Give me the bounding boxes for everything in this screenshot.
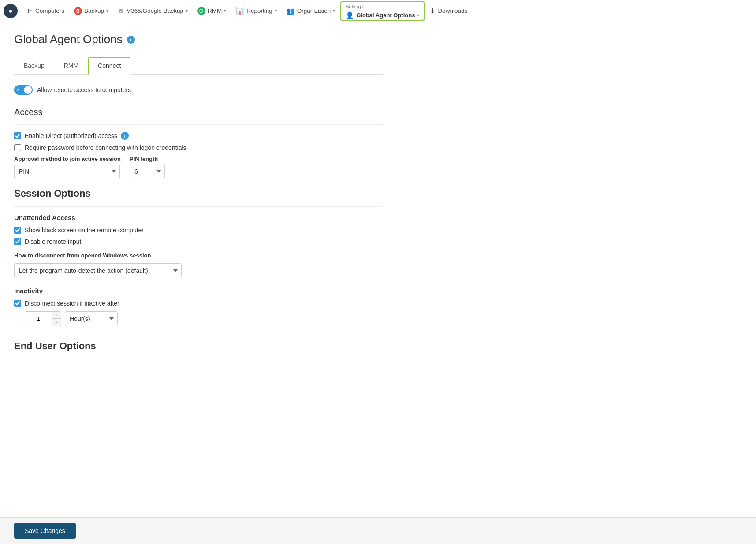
- rmm-arrow: ▾: [224, 8, 226, 13]
- require-password-label: Require password before connecting with …: [25, 144, 186, 151]
- reporting-label: Reporting: [246, 7, 272, 14]
- organization-arrow: ▾: [333, 8, 335, 13]
- m365-icon: ✉: [118, 7, 124, 15]
- nav-downloads[interactable]: ⬇ Downloads: [425, 2, 472, 20]
- require-password-checkbox[interactable]: [14, 144, 21, 151]
- app-logo: ●: [4, 4, 18, 18]
- disconnect-group: How to disconnect from opened Windows se…: [14, 252, 383, 278]
- disable-remote-input-checkbox[interactable]: [14, 238, 21, 245]
- inactivity-heading: Inactivity: [14, 287, 383, 294]
- remote-access-toggle-row: ✓ Allow remote access to computers: [14, 85, 383, 95]
- access-divider: [14, 124, 383, 125]
- require-password-row[interactable]: Require password before connecting with …: [14, 144, 383, 151]
- disconnect-inactive-row[interactable]: Disconnect session if inactive after: [14, 300, 383, 307]
- approval-pin-row: Approval method to join active session P…: [14, 156, 383, 179]
- number-spinners: + −: [52, 312, 61, 326]
- reporting-icon: 📊: [236, 7, 244, 15]
- settings-sublabel: Global Agent Options: [356, 12, 415, 19]
- disconnect-select[interactable]: Let the program auto-detect the action (…: [14, 263, 182, 278]
- downloads-label: Downloads: [438, 7, 467, 14]
- m365-arrow: ▾: [186, 8, 188, 13]
- organization-label: Organization: [297, 7, 331, 14]
- settings-top-label: Settings: [346, 4, 363, 9]
- downloads-icon: ⬇: [430, 7, 436, 15]
- page-content: Global Agent Options i Backup RMM Connec…: [0, 22, 397, 377]
- disconnect-inactive-checkbox[interactable]: [14, 300, 21, 307]
- show-black-screen-checkbox[interactable]: [14, 227, 21, 234]
- computers-label: Computers: [35, 7, 64, 14]
- m365-label: M365/Google Backup: [126, 7, 183, 14]
- disconnect-label: How to disconnect from opened Windows se…: [14, 252, 383, 259]
- spin-down-button[interactable]: −: [52, 319, 61, 326]
- end-user-options-title: End User Options: [14, 340, 383, 352]
- disable-remote-input-label: Disable remote input: [25, 238, 81, 245]
- reporting-arrow: ▾: [275, 8, 277, 13]
- inactivity-unit-select[interactable]: Minute(s) Hour(s): [65, 311, 118, 326]
- enable-direct-checkbox[interactable]: [14, 132, 21, 139]
- backup-label: Backup: [84, 7, 104, 14]
- nav-rmm[interactable]: ⊕ RMM ▾: [193, 2, 231, 20]
- nav-settings[interactable]: Settings 👤 Global Agent Options ▾: [340, 1, 425, 21]
- pin-length-select[interactable]: 4 6 8: [130, 164, 165, 179]
- pin-length-label: PIN length: [130, 156, 165, 162]
- spin-up-button[interactable]: +: [52, 312, 61, 319]
- inactivity-number-group: + −: [25, 311, 61, 326]
- tab-rmm[interactable]: RMM: [54, 57, 88, 75]
- end-user-divider: [14, 359, 383, 359]
- backup-icon: B: [74, 7, 82, 15]
- nav-backup[interactable]: B Backup ▾: [70, 2, 113, 20]
- enable-direct-label: Enable Direct (authorized) access: [25, 132, 117, 139]
- remote-access-toggle[interactable]: ✓: [14, 85, 33, 95]
- tab-connect[interactable]: Connect: [88, 57, 130, 75]
- inactivity-value-row: + − Minute(s) Hour(s): [25, 311, 383, 326]
- tab-bar: Backup RMM Connect: [14, 57, 383, 75]
- session-options-title: Session Options: [14, 188, 383, 199]
- rmm-label: RMM: [208, 7, 222, 14]
- nav-reporting[interactable]: 📊 Reporting ▾: [231, 2, 281, 20]
- rmm-icon: ⊕: [197, 7, 205, 15]
- pin-length-group: PIN length 4 6 8: [130, 156, 165, 179]
- page-title: Global Agent Options i: [14, 33, 383, 46]
- top-navigation: ● 🖥 Computers B Backup ▾ ✉ M365/Google B…: [0, 0, 756, 22]
- disconnect-inactive-label: Disconnect session if inactive after: [25, 300, 119, 307]
- nav-organization[interactable]: 👥 Organization ▾: [282, 2, 340, 20]
- nav-computers[interactable]: 🖥 Computers: [22, 2, 69, 20]
- backup-arrow: ▾: [106, 8, 108, 13]
- remote-access-label: Allow remote access to computers: [37, 86, 131, 93]
- enable-direct-info-icon[interactable]: i: [121, 132, 129, 140]
- session-divider: [14, 206, 383, 207]
- approval-method-group: Approval method to join active session P…: [14, 156, 121, 179]
- computers-icon: 🖥: [26, 7, 33, 15]
- inactivity-number-input[interactable]: [25, 312, 52, 326]
- settings-icon: 👤: [346, 11, 354, 19]
- approval-method-label: Approval method to join active session: [14, 156, 121, 162]
- unattended-access-heading: Unattended Access: [14, 214, 383, 221]
- page-title-info-icon[interactable]: i: [127, 36, 135, 44]
- approval-method-select[interactable]: PIN Prompt Always Allow: [14, 164, 120, 179]
- show-black-screen-row[interactable]: Show black screen on the remote computer: [14, 227, 383, 234]
- organization-icon: 👥: [287, 7, 295, 15]
- nav-m365[interactable]: ✉ M365/Google Backup ▾: [114, 2, 192, 20]
- enable-direct-row[interactable]: Enable Direct (authorized) access i: [14, 132, 383, 140]
- tab-backup[interactable]: Backup: [14, 57, 54, 75]
- access-section-title: Access: [14, 107, 383, 117]
- settings-arrow: ▾: [417, 13, 419, 18]
- show-black-screen-label: Show black screen on the remote computer: [25, 227, 144, 234]
- disable-remote-input-row[interactable]: Disable remote input: [14, 238, 383, 245]
